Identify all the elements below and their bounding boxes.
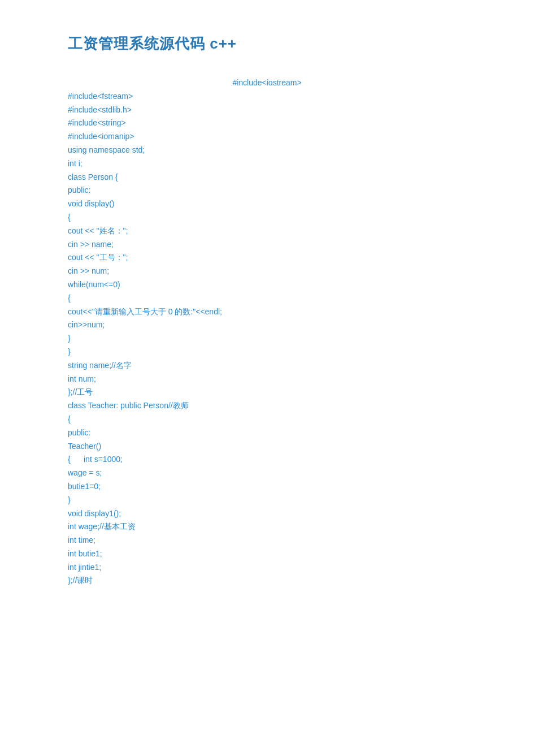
code-line: cin >> num;	[68, 265, 466, 278]
code-line: using namespace std;	[68, 144, 466, 157]
code-line: int wage;//基本工资	[68, 520, 466, 534]
code-line: }	[68, 494, 466, 507]
code-line: int i;	[68, 157, 466, 171]
code-line: wage = s;	[68, 466, 466, 480]
code-line: };//工号	[68, 386, 466, 399]
code-line: class Teacher: public Person//教师	[68, 399, 466, 413]
code-line: void display1();	[68, 507, 466, 521]
code-line: cout<<"请重新输入工号大于 0 的数:"<<endl;	[68, 305, 466, 319]
code-line: public:	[68, 426, 466, 440]
code-line: public:	[68, 184, 466, 197]
code-line: #include<iostream>	[68, 76, 466, 90]
code-line: {	[68, 292, 466, 305]
code-line: cin >> name;	[68, 238, 466, 252]
code-line: cout << "姓名：";	[68, 224, 466, 238]
code-line: butie1=0;	[68, 480, 466, 494]
code-block: #include<iostream>#include<fstream>#incl…	[68, 76, 466, 587]
code-line: int butie1;	[68, 547, 466, 561]
code-line: int jintie1;	[68, 561, 466, 574]
code-line: { int s=1000;	[68, 453, 466, 466]
code-line: {	[68, 211, 466, 224]
code-line: Teacher()	[68, 440, 466, 453]
code-line: #include<string>	[68, 116, 466, 130]
code-line: {	[68, 413, 466, 426]
code-line: }	[68, 345, 466, 359]
page-container: 工资管理系统源代码 c++ #include<iostream>#include…	[0, 0, 534, 756]
code-line: #include<iomanip>	[68, 130, 466, 144]
page-title: 工资管理系统源代码 c++	[68, 34, 466, 54]
code-line: #include<stdlib.h>	[68, 103, 466, 117]
code-line: #include<fstream>	[68, 90, 466, 103]
code-line: void display()	[68, 197, 466, 211]
code-line: class Person {	[68, 171, 466, 184]
code-line: cin>>num;	[68, 318, 466, 332]
code-line: cout << "工号：";	[68, 251, 466, 265]
code-line: int time;	[68, 534, 466, 547]
code-line: while(num<=0)	[68, 278, 466, 292]
code-line: };//课时	[68, 574, 466, 587]
code-line: }	[68, 332, 466, 345]
code-line: string name;//名字	[68, 359, 466, 373]
code-line: int num;	[68, 373, 466, 386]
